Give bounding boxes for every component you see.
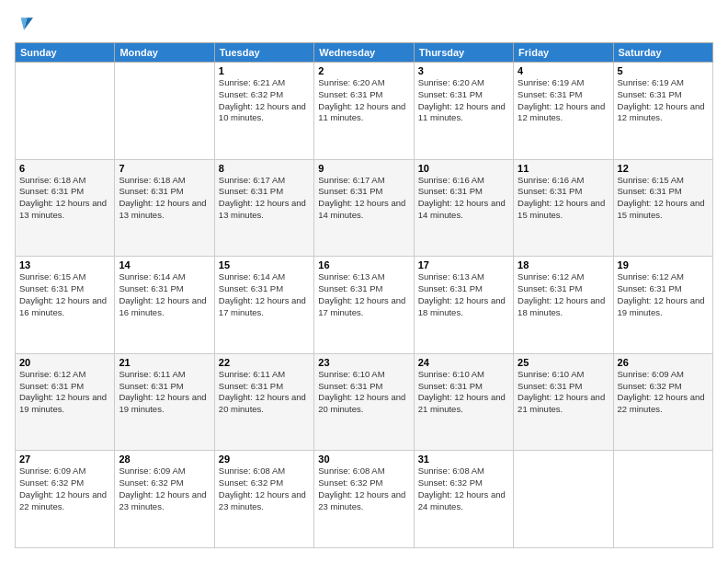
calendar-cell: 5Sunrise: 6:19 AM Sunset: 6:31 PM Daylig… [613,63,712,160]
day-info: Sunrise: 6:13 AM Sunset: 6:31 PM Dayligh… [318,271,409,318]
calendar-cell: 31Sunrise: 6:08 AM Sunset: 6:32 PM Dayli… [414,451,513,548]
day-number: 7 [119,163,210,174]
calendar-week-row: 6Sunrise: 6:18 AM Sunset: 6:31 PM Daylig… [16,159,713,257]
calendar-cell: 24Sunrise: 6:10 AM Sunset: 6:31 PM Dayli… [414,353,513,451]
calendar-cell: 25Sunrise: 6:10 AM Sunset: 6:31 PM Dayli… [514,353,613,451]
day-number: 11 [518,163,609,174]
day-number: 30 [318,454,409,465]
day-info: Sunrise: 6:12 AM Sunset: 6:31 PM Dayligh… [19,369,110,416]
calendar-cell [514,451,613,548]
calendar-cell: 9Sunrise: 6:17 AM Sunset: 6:31 PM Daylig… [314,159,414,257]
calendar-cell: 20Sunrise: 6:12 AM Sunset: 6:31 PM Dayli… [16,353,115,451]
calendar-cell: 4Sunrise: 6:19 AM Sunset: 6:31 PM Daylig… [514,63,613,160]
day-number: 20 [19,357,110,368]
day-info: Sunrise: 6:20 AM Sunset: 6:31 PM Dayligh… [318,77,409,124]
day-number: 18 [518,259,609,270]
day-number: 12 [618,163,709,174]
logo-icon [15,15,33,33]
calendar-cell: 17Sunrise: 6:13 AM Sunset: 6:31 PM Dayli… [414,257,513,354]
day-number: 22 [219,357,310,368]
day-number: 9 [318,163,409,174]
day-info: Sunrise: 6:15 AM Sunset: 6:31 PM Dayligh… [618,175,709,222]
weekday-header: Saturday [613,43,712,63]
logo [15,15,37,33]
day-number: 4 [518,65,609,76]
weekday-header: Tuesday [214,43,313,63]
day-info: Sunrise: 6:14 AM Sunset: 6:31 PM Dayligh… [219,271,310,318]
calendar-cell: 2Sunrise: 6:20 AM Sunset: 6:31 PM Daylig… [314,63,414,160]
day-info: Sunrise: 6:10 AM Sunset: 6:31 PM Dayligh… [418,369,509,416]
day-number: 21 [119,357,210,368]
calendar-cell: 21Sunrise: 6:11 AM Sunset: 6:31 PM Dayli… [115,353,214,451]
calendar-cell: 10Sunrise: 6:16 AM Sunset: 6:31 PM Dayli… [414,159,513,257]
day-number: 15 [219,259,310,270]
day-number: 27 [19,454,110,465]
weekday-header: Monday [115,43,214,63]
day-info: Sunrise: 6:08 AM Sunset: 6:32 PM Dayligh… [219,465,310,512]
calendar-cell: 6Sunrise: 6:18 AM Sunset: 6:31 PM Daylig… [16,159,115,257]
calendar-cell: 11Sunrise: 6:16 AM Sunset: 6:31 PM Dayli… [514,159,613,257]
calendar-week-row: 1Sunrise: 6:21 AM Sunset: 6:32 PM Daylig… [16,63,713,160]
day-info: Sunrise: 6:10 AM Sunset: 6:31 PM Dayligh… [318,369,409,416]
weekday-header: Thursday [414,43,513,63]
calendar-cell: 27Sunrise: 6:09 AM Sunset: 6:32 PM Dayli… [16,451,115,548]
header [15,15,713,33]
day-number: 31 [418,454,509,465]
day-number: 26 [618,357,709,368]
day-info: Sunrise: 6:21 AM Sunset: 6:32 PM Dayligh… [219,77,310,124]
calendar-cell [16,63,115,160]
day-number: 16 [318,259,409,270]
day-info: Sunrise: 6:19 AM Sunset: 6:31 PM Dayligh… [618,77,709,124]
calendar-cell: 1Sunrise: 6:21 AM Sunset: 6:32 PM Daylig… [214,63,313,160]
day-number: 13 [19,259,110,270]
day-number: 1 [219,65,310,76]
calendar-cell: 19Sunrise: 6:12 AM Sunset: 6:31 PM Dayli… [613,257,712,354]
calendar-cell [613,451,712,548]
day-info: Sunrise: 6:11 AM Sunset: 6:31 PM Dayligh… [119,369,210,416]
calendar-cell: 16Sunrise: 6:13 AM Sunset: 6:31 PM Dayli… [314,257,414,354]
day-info: Sunrise: 6:11 AM Sunset: 6:31 PM Dayligh… [219,369,310,416]
day-number: 3 [418,65,509,76]
calendar-cell: 8Sunrise: 6:17 AM Sunset: 6:31 PM Daylig… [214,159,313,257]
calendar-cell: 29Sunrise: 6:08 AM Sunset: 6:32 PM Dayli… [214,451,313,548]
calendar-week-row: 20Sunrise: 6:12 AM Sunset: 6:31 PM Dayli… [16,353,713,451]
weekday-header: Sunday [16,43,115,63]
day-info: Sunrise: 6:18 AM Sunset: 6:31 PM Dayligh… [19,175,110,222]
calendar-cell: 26Sunrise: 6:09 AM Sunset: 6:32 PM Dayli… [613,353,712,451]
calendar-cell: 15Sunrise: 6:14 AM Sunset: 6:31 PM Dayli… [214,257,313,354]
day-info: Sunrise: 6:16 AM Sunset: 6:31 PM Dayligh… [418,175,509,222]
day-info: Sunrise: 6:09 AM Sunset: 6:32 PM Dayligh… [618,369,709,416]
weekday-header: Friday [514,43,613,63]
day-number: 23 [318,357,409,368]
day-info: Sunrise: 6:20 AM Sunset: 6:31 PM Dayligh… [418,77,509,124]
day-info: Sunrise: 6:09 AM Sunset: 6:32 PM Dayligh… [19,465,110,512]
day-info: Sunrise: 6:08 AM Sunset: 6:32 PM Dayligh… [418,465,509,512]
calendar-cell: 18Sunrise: 6:12 AM Sunset: 6:31 PM Dayli… [514,257,613,354]
day-number: 17 [418,259,509,270]
weekday-header: Wednesday [314,43,414,63]
day-info: Sunrise: 6:14 AM Sunset: 6:31 PM Dayligh… [119,271,210,318]
day-number: 2 [318,65,409,76]
day-info: Sunrise: 6:17 AM Sunset: 6:31 PM Dayligh… [318,175,409,222]
calendar-table: SundayMondayTuesdayWednesdayThursdayFrid… [15,42,713,548]
day-number: 14 [119,259,210,270]
day-number: 10 [418,163,509,174]
page: SundayMondayTuesdayWednesdayThursdayFrid… [0,0,728,563]
weekday-header-row: SundayMondayTuesdayWednesdayThursdayFrid… [16,43,713,63]
calendar-week-row: 27Sunrise: 6:09 AM Sunset: 6:32 PM Dayli… [16,451,713,548]
day-info: Sunrise: 6:16 AM Sunset: 6:31 PM Dayligh… [518,175,609,222]
calendar-cell: 14Sunrise: 6:14 AM Sunset: 6:31 PM Dayli… [115,257,214,354]
day-number: 8 [219,163,310,174]
day-number: 25 [518,357,609,368]
day-info: Sunrise: 6:12 AM Sunset: 6:31 PM Dayligh… [518,271,609,318]
day-number: 24 [418,357,509,368]
day-info: Sunrise: 6:13 AM Sunset: 6:31 PM Dayligh… [418,271,509,318]
calendar-cell: 28Sunrise: 6:09 AM Sunset: 6:32 PM Dayli… [115,451,214,548]
day-info: Sunrise: 6:15 AM Sunset: 6:31 PM Dayligh… [19,271,110,318]
calendar-cell: 30Sunrise: 6:08 AM Sunset: 6:32 PM Dayli… [314,451,414,548]
day-info: Sunrise: 6:17 AM Sunset: 6:31 PM Dayligh… [219,175,310,222]
day-info: Sunrise: 6:19 AM Sunset: 6:31 PM Dayligh… [518,77,609,124]
day-info: Sunrise: 6:08 AM Sunset: 6:32 PM Dayligh… [318,465,409,512]
calendar-cell: 13Sunrise: 6:15 AM Sunset: 6:31 PM Dayli… [16,257,115,354]
calendar-cell: 22Sunrise: 6:11 AM Sunset: 6:31 PM Dayli… [214,353,313,451]
